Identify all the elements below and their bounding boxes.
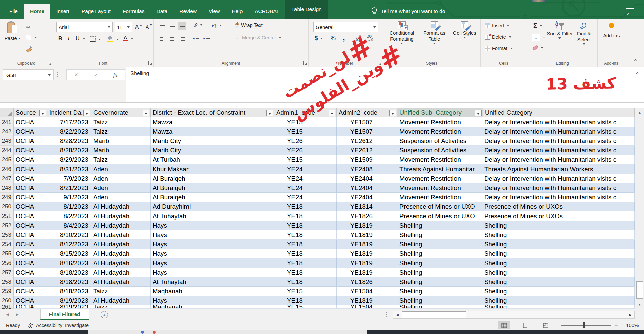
accessibility-status[interactable]: Accessibility: Investigate: [28, 322, 89, 328]
cell[interactable]: YE1826: [337, 211, 397, 221]
cell[interactable]: Delay or Intervention with Humanitarian …: [483, 136, 635, 146]
cell[interactable]: YE18: [274, 249, 337, 258]
cell[interactable]: Movement Restriction: [397, 117, 483, 127]
cell[interactable]: 8/4/2023: [47, 221, 91, 230]
cell[interactable]: 8/2/2023: [47, 211, 91, 221]
grow-font-button[interactable]: A▲: [135, 23, 142, 30]
cell[interactable]: Movement Restriction: [397, 127, 483, 136]
horizontal-scrollbar[interactable]: ◀ ▶: [393, 311, 635, 319]
format-as-table-button[interactable]: Format as Table: [419, 21, 449, 44]
cell[interactable]: YE24: [274, 164, 337, 174]
cell[interactable]: Delay or Intervention with Humanitarian …: [483, 155, 635, 164]
row-number[interactable]: 259: [0, 287, 14, 296]
cell[interactable]: YE1819: [337, 268, 397, 277]
insert-function-button[interactable]: fx: [106, 70, 125, 80]
tab-help[interactable]: Help: [226, 4, 249, 19]
cell[interactable]: Khur Maksar: [151, 164, 274, 174]
cell[interactable]: YE24: [274, 183, 337, 193]
cell[interactable]: Shelling: [483, 221, 635, 230]
cell[interactable]: Al Buraiqeh: [151, 183, 274, 193]
cell[interactable]: Hays: [151, 296, 274, 305]
cell[interactable]: Shelling: [483, 305, 635, 309]
font-dialog-launcher[interactable]: [148, 61, 152, 65]
cell[interactable]: Al Hudaydah: [91, 221, 151, 230]
column-header-unified-category[interactable]: Unified Category: [483, 108, 635, 117]
cell[interactable]: Marib: [91, 136, 151, 146]
cell[interactable]: YE18: [274, 240, 337, 249]
comma-style-button[interactable]: ,: [343, 33, 345, 42]
cell-styles-button[interactable]: Cell Styles: [451, 21, 478, 38]
cell[interactable]: Al Hudaydah: [91, 230, 151, 240]
tab-view[interactable]: View: [203, 4, 226, 19]
cell[interactable]: 8/31/2023: [47, 164, 91, 174]
filter-button[interactable]: [266, 110, 273, 116]
tab-table-design[interactable]: Table Design: [285, 0, 328, 19]
vertical-scrollbar[interactable]: ▲ ▼: [635, 108, 644, 309]
cell[interactable]: Presence of Mines or UXOs: [397, 202, 483, 211]
decrease-decimal-button[interactable]: .00→.0: [367, 35, 373, 42]
cell[interactable]: YE15: [274, 155, 337, 164]
cell[interactable]: Shelling: [483, 240, 635, 249]
cell[interactable]: YE1507: [337, 127, 397, 136]
cell[interactable]: Al Hudaydah: [91, 202, 151, 211]
cell[interactable]: Ad Durayhimi: [151, 202, 274, 211]
scroll-down-button[interactable]: ▼: [635, 300, 644, 309]
borders-button[interactable]: [90, 36, 101, 42]
cell[interactable]: Shelling: [397, 287, 483, 296]
tab-strip-divider[interactable]: [386, 311, 387, 318]
filter-button[interactable]: [475, 110, 482, 116]
cell[interactable]: OCHA: [14, 211, 47, 221]
cell[interactable]: YE1504: [337, 305, 397, 309]
cell[interactable]: YE1507: [337, 117, 397, 127]
cell[interactable]: YE18: [274, 277, 337, 287]
row-number[interactable]: 243: [0, 136, 14, 146]
page-layout-view-button[interactable]: [519, 321, 531, 329]
cell[interactable]: Marib: [91, 146, 151, 155]
cell[interactable]: Aden: [91, 164, 151, 174]
cell[interactable]: 8/10/2023: [47, 230, 91, 240]
autosum-button[interactable]: Σ: [533, 22, 542, 30]
cell[interactable]: Shelling: [397, 305, 483, 309]
cell[interactable]: Shelling: [483, 258, 635, 268]
cell[interactable]: OCHA: [14, 258, 47, 268]
font-size-select[interactable]: 11: [115, 22, 132, 32]
cell[interactable]: At Turbah: [151, 155, 274, 164]
cell[interactable]: Shelling: [397, 240, 483, 249]
cell[interactable]: Presence of Mines or UXOs: [483, 202, 635, 211]
cell[interactable]: 7/17/2023: [47, 117, 91, 127]
cell[interactable]: Shelling: [483, 287, 635, 296]
copy-button[interactable]: [26, 35, 37, 40]
align-left-button[interactable]: [158, 34, 166, 42]
cell[interactable]: Al Hudaydah: [91, 277, 151, 287]
cell[interactable]: Hays: [151, 221, 274, 230]
cancel-button[interactable]: ✕: [67, 70, 86, 80]
cell[interactable]: YE24: [274, 193, 337, 202]
row-number[interactable]: 256: [0, 258, 14, 268]
cell[interactable]: YE2404: [337, 174, 397, 183]
vertical-scroll-thumb[interactable]: [636, 281, 643, 299]
cell[interactable]: Shelling: [483, 296, 635, 305]
zoom-level[interactable]: 100%: [626, 320, 639, 330]
italic-button[interactable]: I: [68, 36, 69, 42]
cell[interactable]: OCHA: [14, 127, 47, 136]
cell[interactable]: Maqbanah: [151, 287, 274, 296]
text-direction-button[interactable]: ¶: [212, 23, 222, 28]
insert-cells-button[interactable]: Insert: [485, 23, 509, 28]
avatar[interactable]: [532, 0, 545, 2]
cell[interactable]: Taizz: [91, 127, 151, 136]
row-number[interactable]: 260: [0, 296, 14, 305]
cell[interactable]: Al Hudaydah: [91, 211, 151, 221]
normal-view-button[interactable]: [498, 321, 510, 329]
row-number[interactable]: 251: [0, 211, 14, 221]
cell[interactable]: Movement Restriction: [397, 174, 483, 183]
cell[interactable]: Shelling: [397, 249, 483, 258]
cell[interactable]: YE1819: [337, 221, 397, 230]
cell[interactable]: YE18: [274, 230, 337, 240]
row-number[interactable]: 248: [0, 183, 14, 193]
cell[interactable]: Hays: [151, 240, 274, 249]
cell[interactable]: Movement Restriction: [397, 193, 483, 202]
comments-icon[interactable]: [625, 8, 635, 17]
cell[interactable]: Shelling: [397, 230, 483, 240]
top-align-button[interactable]: [158, 22, 166, 30]
orientation-button[interactable]: ab: [193, 23, 202, 27]
